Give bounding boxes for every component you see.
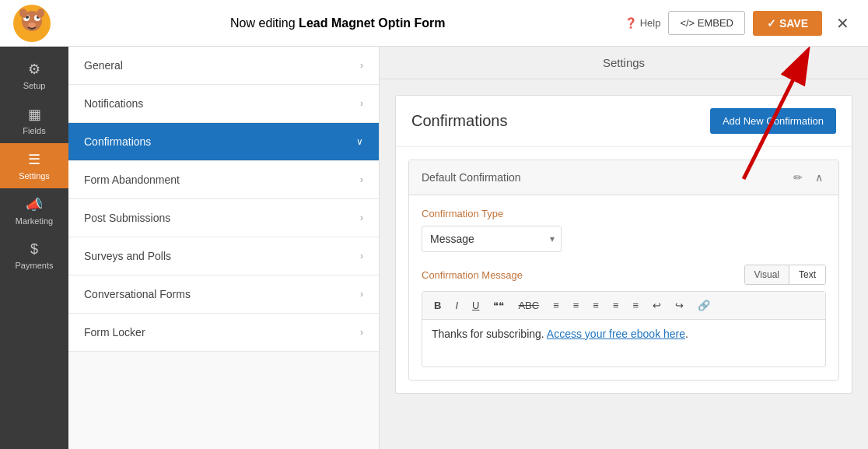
toolbar-align-right-button[interactable]: ≡ xyxy=(628,296,645,314)
confirmation-type-select[interactable]: Message Page Redirect xyxy=(422,226,544,251)
accordion-actions: ✏ ∧ xyxy=(790,170,826,185)
menu-item-form-abandonment[interactable]: Form Abandonment › xyxy=(68,161,379,199)
toolbar-strikethrough-button[interactable]: ABC xyxy=(513,296,544,314)
collapse-accordion-button[interactable]: ∧ xyxy=(812,170,826,185)
help-icon: ❓ xyxy=(625,17,637,29)
tab-visual-button[interactable]: Visual xyxy=(745,265,789,284)
chevron-right-icon: › xyxy=(360,98,363,109)
chevron-right-icon: › xyxy=(360,60,363,71)
sidebar-item-marketing[interactable]: 📣 Marketing xyxy=(0,188,68,233)
sidebar-menu: General › Notifications › Confirmations … xyxy=(68,47,380,449)
chevron-right-icon: › xyxy=(360,251,363,261)
chevron-right-icon: › xyxy=(360,289,363,300)
toolbar-align-center-button[interactable]: ≡ xyxy=(607,296,625,314)
close-button[interactable]: ✕ xyxy=(830,11,856,36)
menu-item-general[interactable]: General › xyxy=(68,47,379,85)
main-layout: ⚙ Setup ▦ Fields ☰ Settings 📣 Marketing … xyxy=(0,47,868,449)
accordion-title: Default Confirmation xyxy=(422,171,521,184)
toolbar-ol-button[interactable]: ≡ xyxy=(568,296,585,314)
toolbar-undo-button[interactable]: ↩ xyxy=(647,296,667,314)
help-button[interactable]: ❓ Help xyxy=(625,17,661,29)
edit-accordion-button[interactable]: ✏ xyxy=(790,170,806,185)
menu-item-notifications[interactable]: Notifications › xyxy=(68,85,379,123)
menu-item-surveys-polls[interactable]: Surveys and Polls › xyxy=(68,237,379,275)
main-content: Settings Confirmations Add New Confirmat… xyxy=(380,47,868,449)
app-logo xyxy=(12,4,51,43)
chevron-right-icon: › xyxy=(360,212,363,223)
menu-item-confirmations[interactable]: Confirmations ∨ xyxy=(68,123,379,161)
marketing-icon: 📣 xyxy=(26,196,43,213)
menu-item-form-locker[interactable]: Form Locker › xyxy=(68,314,379,352)
accordion-body: Confirmation Type Message Page Redirect … xyxy=(409,195,838,380)
sidebar-item-fields[interactable]: ▦ Fields xyxy=(0,98,68,143)
tab-text-button[interactable]: Text xyxy=(789,265,825,284)
sidebar-item-payments[interactable]: $ Payments xyxy=(0,233,68,278)
toolbar-underline-button[interactable]: U xyxy=(467,296,485,314)
gear-icon: ⚙ xyxy=(28,61,40,78)
settings-page-header: Settings xyxy=(380,47,868,79)
editor-link[interactable]: Access your free ebook here xyxy=(547,328,685,340)
default-confirmation-accordion: Default Confirmation ✏ ∧ Confirmation Ty… xyxy=(408,160,839,381)
toolbar-italic-button[interactable]: I xyxy=(450,296,464,314)
toolbar-bold-button[interactable]: B xyxy=(429,296,446,314)
confirmations-header: Confirmations Add New Confirmation xyxy=(396,96,852,147)
add-new-confirmation-button[interactable]: Add New Confirmation xyxy=(710,108,836,134)
editor-content[interactable]: Thanks for subscribing. Access your free… xyxy=(422,320,825,367)
editor-wrap: B I U ❝❝ ABC ≡ ≡ ≡ ≡ ≡ ↩ ↪ 🔗 xyxy=(422,291,826,367)
settings-icon: ☰ xyxy=(28,151,40,168)
sidebar-item-settings[interactable]: ☰ Settings xyxy=(0,143,68,188)
select-chevron-icon: ▾ xyxy=(544,233,561,244)
confirmation-message-label: Confirmation Message xyxy=(422,269,523,281)
menu-item-post-submissions[interactable]: Post Submissions › xyxy=(68,199,379,237)
message-label-row: Confirmation Message Visual Text xyxy=(422,265,826,285)
toolbar-link-button[interactable]: 🔗 xyxy=(692,296,716,314)
sidebar-item-setup[interactable]: ⚙ Setup xyxy=(0,53,68,98)
payments-icon: $ xyxy=(30,241,38,258)
fields-icon: ▦ xyxy=(28,106,41,123)
confirmations-panel: Confirmations Add New Confirmation Defau… xyxy=(395,95,852,394)
confirmation-type-select-wrap: Message Page Redirect ▾ xyxy=(422,226,562,252)
editing-title: Now editing Lead Magnet Optin Form xyxy=(230,16,446,30)
top-bar-actions: ❓ Help </> EMBED ✓ SAVE ✕ xyxy=(625,11,856,36)
toolbar-redo-button[interactable]: ↪ xyxy=(670,296,689,314)
svg-point-6 xyxy=(28,23,36,27)
editor-tab-buttons: Visual Text xyxy=(744,265,826,285)
toolbar-align-left-button[interactable]: ≡ xyxy=(587,296,604,314)
sidebar-dark: ⚙ Setup ▦ Fields ☰ Settings 📣 Marketing … xyxy=(0,47,68,449)
toolbar-ul-button[interactable]: ≡ xyxy=(548,296,565,314)
top-bar: Now editing Lead Magnet Optin Form ❓ Hel… xyxy=(0,0,868,47)
accordion-header: Default Confirmation ✏ ∧ xyxy=(409,160,838,195)
chevron-right-icon: › xyxy=(360,327,363,338)
confirmation-type-label: Confirmation Type xyxy=(422,208,826,219)
confirmations-title: Confirmations xyxy=(411,112,507,130)
chevron-right-icon: › xyxy=(360,174,363,185)
editor-toolbar: B I U ❝❝ ABC ≡ ≡ ≡ ≡ ≡ ↩ ↪ 🔗 xyxy=(422,292,825,320)
save-button[interactable]: ✓ SAVE xyxy=(753,11,822,36)
embed-button[interactable]: </> EMBED xyxy=(668,11,745,35)
chevron-down-icon: ∨ xyxy=(356,136,363,147)
menu-item-conversational-forms[interactable]: Conversational Forms › xyxy=(68,275,379,314)
toolbar-blockquote-button[interactable]: ❝❝ xyxy=(488,296,509,314)
